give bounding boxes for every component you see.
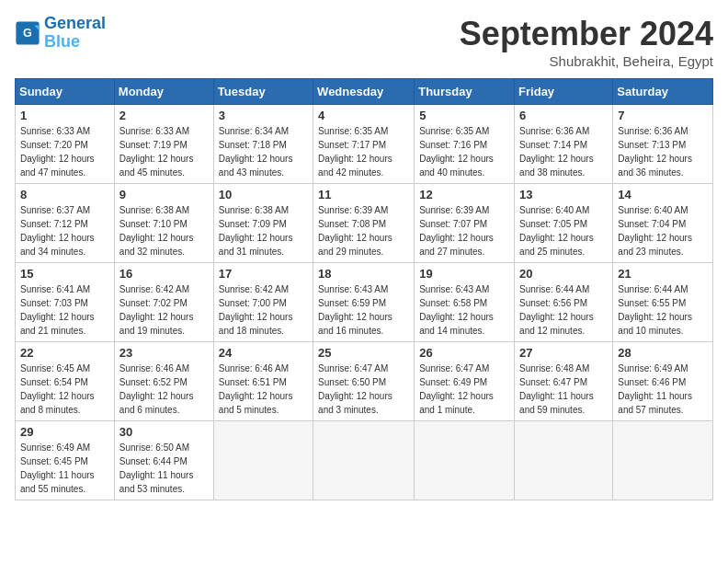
day-info: Sunrise: 6:42 AMSunset: 7:00 PMDaylight:… bbox=[219, 282, 308, 338]
calendar-cell: 9Sunrise: 6:38 AMSunset: 7:10 PMDaylight… bbox=[114, 184, 213, 263]
day-info: Sunrise: 6:43 AMSunset: 6:59 PMDaylight:… bbox=[318, 282, 409, 338]
calendar-cell bbox=[613, 421, 713, 500]
day-info: Sunrise: 6:50 AMSunset: 6:44 PMDaylight:… bbox=[119, 441, 209, 496]
day-number: 14 bbox=[618, 188, 708, 201]
weekday-header-row: Sunday Monday Tuesday Wednesday Thursday… bbox=[16, 79, 713, 105]
day-number: 23 bbox=[119, 346, 209, 360]
calendar-cell: 13Sunrise: 6:40 AMSunset: 7:05 PMDayligh… bbox=[515, 184, 613, 263]
calendar-cell: 27Sunrise: 6:48 AMSunset: 6:47 PMDayligh… bbox=[515, 342, 613, 421]
day-number: 26 bbox=[419, 346, 509, 360]
day-number: 4 bbox=[318, 109, 409, 122]
calendar-cell: 5Sunrise: 6:35 AMSunset: 7:16 PMDaylight… bbox=[415, 105, 515, 184]
day-number: 15 bbox=[20, 267, 109, 281]
day-number: 24 bbox=[219, 346, 308, 360]
col-saturday: Saturday bbox=[613, 79, 713, 105]
calendar-cell bbox=[515, 421, 613, 500]
week-row-1: 1Sunrise: 6:33 AMSunset: 7:20 PMDaylight… bbox=[16, 105, 713, 184]
svg-text:G: G bbox=[23, 27, 32, 40]
calendar-cell bbox=[415, 421, 515, 500]
calendar-cell: 30Sunrise: 6:50 AMSunset: 6:44 PMDayligh… bbox=[114, 421, 213, 500]
calendar-cell: 23Sunrise: 6:46 AMSunset: 6:52 PMDayligh… bbox=[114, 342, 213, 421]
day-info: Sunrise: 6:49 AMSunset: 6:45 PMDaylight:… bbox=[20, 441, 109, 496]
calendar-cell: 12Sunrise: 6:39 AMSunset: 7:07 PMDayligh… bbox=[415, 184, 515, 263]
day-number: 17 bbox=[219, 267, 308, 281]
day-number: 5 bbox=[419, 109, 509, 122]
week-row-5: 29Sunrise: 6:49 AMSunset: 6:45 PMDayligh… bbox=[16, 421, 713, 500]
day-number: 16 bbox=[119, 267, 209, 281]
calendar-cell: 10Sunrise: 6:38 AMSunset: 7:09 PMDayligh… bbox=[213, 184, 313, 263]
calendar-cell: 24Sunrise: 6:46 AMSunset: 6:51 PMDayligh… bbox=[213, 342, 313, 421]
location-subtitle: Shubrakhit, Beheira, Egypt bbox=[460, 53, 713, 69]
page-header: G GeneralBlue September 2024 Shubrakhit,… bbox=[15, 15, 713, 69]
day-number: 21 bbox=[618, 267, 708, 281]
calendar-cell: 1Sunrise: 6:33 AMSunset: 7:20 PMDaylight… bbox=[16, 105, 115, 184]
day-info: Sunrise: 6:40 AMSunset: 7:05 PMDaylight:… bbox=[519, 203, 608, 259]
day-number: 28 bbox=[618, 346, 708, 360]
day-number: 7 bbox=[618, 109, 708, 122]
day-number: 30 bbox=[119, 425, 209, 439]
day-number: 27 bbox=[519, 346, 608, 360]
calendar-cell: 22Sunrise: 6:45 AMSunset: 6:54 PMDayligh… bbox=[16, 342, 115, 421]
day-info: Sunrise: 6:37 AMSunset: 7:12 PMDaylight:… bbox=[20, 203, 109, 259]
day-number: 11 bbox=[318, 188, 409, 201]
calendar-cell: 29Sunrise: 6:49 AMSunset: 6:45 PMDayligh… bbox=[16, 421, 115, 500]
day-info: Sunrise: 6:35 AMSunset: 7:17 PMDaylight:… bbox=[318, 124, 409, 179]
col-monday: Monday bbox=[114, 79, 213, 105]
day-info: Sunrise: 6:47 AMSunset: 6:49 PMDaylight:… bbox=[419, 362, 509, 417]
day-number: 18 bbox=[318, 267, 409, 281]
day-info: Sunrise: 6:33 AMSunset: 7:19 PMDaylight:… bbox=[119, 124, 209, 179]
calendar-cell: 25Sunrise: 6:47 AMSunset: 6:50 PMDayligh… bbox=[313, 342, 415, 421]
day-number: 12 bbox=[419, 188, 509, 201]
col-tuesday: Tuesday bbox=[213, 79, 313, 105]
col-thursday: Thursday bbox=[415, 79, 515, 105]
calendar-cell: 20Sunrise: 6:44 AMSunset: 6:56 PMDayligh… bbox=[515, 263, 613, 342]
col-wednesday: Wednesday bbox=[313, 79, 415, 105]
day-info: Sunrise: 6:40 AMSunset: 7:04 PMDaylight:… bbox=[618, 203, 708, 259]
day-number: 25 bbox=[318, 346, 409, 360]
col-friday: Friday bbox=[515, 79, 613, 105]
calendar-cell: 18Sunrise: 6:43 AMSunset: 6:59 PMDayligh… bbox=[313, 263, 415, 342]
day-info: Sunrise: 6:36 AMSunset: 7:13 PMDaylight:… bbox=[618, 124, 708, 179]
calendar-cell bbox=[313, 421, 415, 500]
day-info: Sunrise: 6:42 AMSunset: 7:02 PMDaylight:… bbox=[119, 282, 209, 338]
week-row-3: 15Sunrise: 6:41 AMSunset: 7:03 PMDayligh… bbox=[16, 263, 713, 342]
day-info: Sunrise: 6:36 AMSunset: 7:14 PMDaylight:… bbox=[519, 124, 608, 179]
calendar-cell: 3Sunrise: 6:34 AMSunset: 7:18 PMDaylight… bbox=[213, 105, 313, 184]
logo: G GeneralBlue bbox=[15, 15, 106, 52]
calendar-cell: 4Sunrise: 6:35 AMSunset: 7:17 PMDaylight… bbox=[313, 105, 415, 184]
day-info: Sunrise: 6:33 AMSunset: 7:20 PMDaylight:… bbox=[20, 124, 109, 179]
calendar-cell bbox=[213, 421, 313, 500]
week-row-4: 22Sunrise: 6:45 AMSunset: 6:54 PMDayligh… bbox=[16, 342, 713, 421]
day-info: Sunrise: 6:44 AMSunset: 6:56 PMDaylight:… bbox=[519, 282, 608, 338]
logo-text: GeneralBlue bbox=[44, 15, 106, 52]
day-number: 20 bbox=[519, 267, 608, 281]
day-number: 13 bbox=[519, 188, 608, 201]
day-info: Sunrise: 6:41 AMSunset: 7:03 PMDaylight:… bbox=[20, 282, 109, 338]
day-info: Sunrise: 6:48 AMSunset: 6:47 PMDaylight:… bbox=[519, 362, 608, 417]
month-title: September 2024 bbox=[460, 15, 713, 53]
day-number: 3 bbox=[219, 109, 308, 122]
day-number: 10 bbox=[219, 188, 308, 201]
day-info: Sunrise: 6:46 AMSunset: 6:52 PMDaylight:… bbox=[119, 362, 209, 417]
calendar-cell: 15Sunrise: 6:41 AMSunset: 7:03 PMDayligh… bbox=[16, 263, 115, 342]
col-sunday: Sunday bbox=[16, 79, 115, 105]
calendar-cell: 7Sunrise: 6:36 AMSunset: 7:13 PMDaylight… bbox=[613, 105, 713, 184]
day-info: Sunrise: 6:45 AMSunset: 6:54 PMDaylight:… bbox=[20, 362, 109, 417]
day-info: Sunrise: 6:49 AMSunset: 6:46 PMDaylight:… bbox=[618, 362, 708, 417]
calendar-cell: 26Sunrise: 6:47 AMSunset: 6:49 PMDayligh… bbox=[415, 342, 515, 421]
calendar-cell: 19Sunrise: 6:43 AMSunset: 6:58 PMDayligh… bbox=[415, 263, 515, 342]
calendar-cell: 8Sunrise: 6:37 AMSunset: 7:12 PMDaylight… bbox=[16, 184, 115, 263]
calendar-cell: 11Sunrise: 6:39 AMSunset: 7:08 PMDayligh… bbox=[313, 184, 415, 263]
day-number: 8 bbox=[20, 188, 109, 201]
day-number: 19 bbox=[419, 267, 509, 281]
day-info: Sunrise: 6:38 AMSunset: 7:09 PMDaylight:… bbox=[219, 203, 308, 259]
calendar-cell: 17Sunrise: 6:42 AMSunset: 7:00 PMDayligh… bbox=[213, 263, 313, 342]
calendar-cell: 6Sunrise: 6:36 AMSunset: 7:14 PMDaylight… bbox=[515, 105, 613, 184]
calendar-cell: 14Sunrise: 6:40 AMSunset: 7:04 PMDayligh… bbox=[613, 184, 713, 263]
day-number: 22 bbox=[20, 346, 109, 360]
day-number: 29 bbox=[20, 425, 109, 439]
title-block: September 2024 Shubrakhit, Beheira, Egyp… bbox=[460, 15, 713, 69]
day-number: 1 bbox=[20, 109, 109, 122]
calendar-cell: 16Sunrise: 6:42 AMSunset: 7:02 PMDayligh… bbox=[114, 263, 213, 342]
week-row-2: 8Sunrise: 6:37 AMSunset: 7:12 PMDaylight… bbox=[16, 184, 713, 263]
